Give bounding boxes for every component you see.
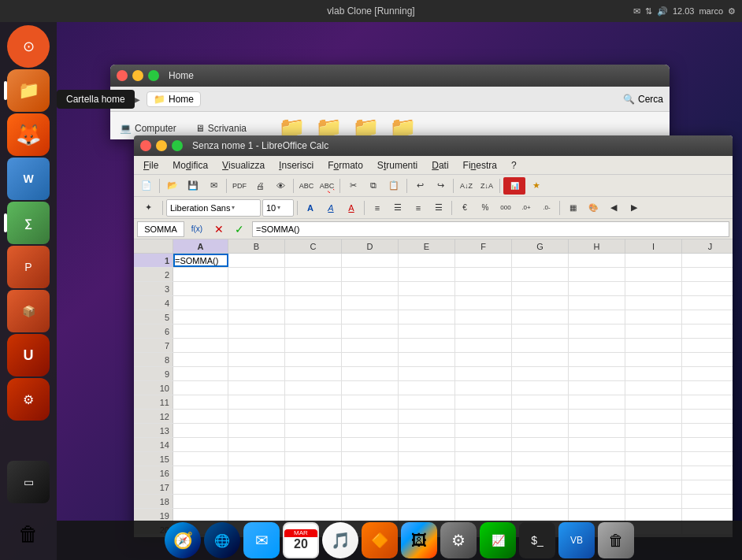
cell-E7[interactable] xyxy=(399,339,455,352)
cell-A17[interactable] xyxy=(173,480,228,494)
cell-B3[interactable] xyxy=(228,282,285,295)
tb-spellcheck2-button[interactable]: ABC xyxy=(317,177,336,195)
cell-I6[interactable] xyxy=(625,325,682,338)
fm-maximize-button[interactable] xyxy=(148,70,159,81)
tb-currency-button[interactable]: € xyxy=(455,199,474,217)
cell-G16[interactable] xyxy=(512,466,569,480)
cell-D11[interactable] xyxy=(342,395,399,409)
cell-J10[interactable] xyxy=(682,381,733,395)
cell-G5[interactable] xyxy=(512,310,569,324)
cell-B16[interactable] xyxy=(228,466,285,480)
cell-F5[interactable] xyxy=(455,310,512,324)
tb-align-right-button[interactable]: ≡ xyxy=(409,199,428,217)
cell-H11[interactable] xyxy=(569,395,625,409)
cell-C11[interactable] xyxy=(285,395,342,409)
cell-C12[interactable] xyxy=(285,410,342,423)
cell-F10[interactable] xyxy=(455,381,512,395)
cell-G15[interactable] xyxy=(512,452,569,465)
network-icon[interactable]: ⇅ xyxy=(645,6,652,17)
cell-H12[interactable] xyxy=(569,410,625,423)
cell-G13[interactable] xyxy=(512,424,569,437)
cell-J11[interactable] xyxy=(682,395,733,409)
cell-G9[interactable] xyxy=(512,367,569,380)
formula-wizard-button[interactable]: f(x) xyxy=(187,221,206,238)
calc-minimize-button[interactable] xyxy=(156,140,167,151)
cell-I15[interactable] xyxy=(625,452,682,465)
cell-D15[interactable] xyxy=(342,452,399,465)
cell-J1[interactable] xyxy=(682,254,733,267)
cell-C14[interactable] xyxy=(285,438,342,451)
cell-I3[interactable] xyxy=(625,282,682,295)
cell-E9[interactable] xyxy=(399,367,455,380)
cell-A2[interactable] xyxy=(173,268,228,281)
tb-decimals-inc-button[interactable]: .0+ xyxy=(517,199,536,217)
tb-thousands-button[interactable]: 000 xyxy=(496,199,515,217)
tb-border-button[interactable]: ▦ xyxy=(563,199,582,217)
tb-open-button[interactable]: 📂 xyxy=(163,177,182,195)
cell-H10[interactable] xyxy=(569,381,625,395)
cell-H3[interactable] xyxy=(569,282,625,295)
cell-I16[interactable] xyxy=(625,466,682,480)
cell-A5[interactable] xyxy=(173,310,228,324)
cell-J15[interactable] xyxy=(682,452,733,465)
dock-box-button[interactable]: 📦 xyxy=(7,290,50,332)
cell-F15[interactable] xyxy=(455,452,512,465)
cell-H16[interactable] xyxy=(569,466,625,480)
cell-G4[interactable] xyxy=(512,296,569,310)
cell-D17[interactable] xyxy=(342,480,399,494)
cell-D1[interactable] xyxy=(342,254,399,267)
cell-A16[interactable] xyxy=(173,466,228,480)
cell-B13[interactable] xyxy=(228,424,285,437)
font-size-dropdown[interactable]: 10 ▾ xyxy=(262,199,294,217)
tb-italic-button[interactable]: A xyxy=(321,199,340,217)
tb-redo-button[interactable]: ↪ xyxy=(431,177,450,195)
tb-style-button[interactable]: ✦ xyxy=(137,199,159,217)
cell-A4[interactable] xyxy=(173,296,228,310)
cell-J4[interactable] xyxy=(682,296,733,310)
cell-F17[interactable] xyxy=(455,480,512,494)
dock-writer-button[interactable]: W xyxy=(7,158,50,200)
cell-E10[interactable] xyxy=(399,381,455,395)
cell-I1[interactable] xyxy=(625,254,682,267)
cell-F11[interactable] xyxy=(455,395,512,409)
taskbar-virtualbox-button[interactable]: VB xyxy=(558,522,595,558)
cell-E1[interactable] xyxy=(399,254,455,267)
cell-H7[interactable] xyxy=(569,339,625,352)
dock-impress-button[interactable]: P xyxy=(7,246,50,288)
tb-undo-button[interactable]: ↩ xyxy=(410,177,429,195)
tb-decimals-dec-button[interactable]: .0- xyxy=(537,199,556,217)
fm-close-button[interactable] xyxy=(117,70,128,81)
cell-H5[interactable] xyxy=(569,310,625,324)
cell-F9[interactable] xyxy=(455,367,512,380)
cell-H8[interactable] xyxy=(569,353,625,366)
cell-A10[interactable] xyxy=(173,381,228,395)
cell-D2[interactable] xyxy=(342,268,399,281)
cell-B6[interactable] xyxy=(228,325,285,338)
cell-F14[interactable] xyxy=(455,438,512,451)
cell-I7[interactable] xyxy=(625,339,682,352)
cell-C5[interactable] xyxy=(285,310,342,324)
cell-D14[interactable] xyxy=(342,438,399,451)
cell-G14[interactable] xyxy=(512,438,569,451)
cell-G11[interactable] xyxy=(512,395,569,409)
cell-G8[interactable] xyxy=(512,353,569,366)
taskbar-itunes-button[interactable]: 🎵 xyxy=(322,522,358,558)
cell-B2[interactable] xyxy=(228,268,285,281)
cell-J8[interactable] xyxy=(682,353,733,366)
tb-sort-asc-button[interactable]: A↓Z xyxy=(457,177,476,195)
tb-bg-color-button[interactable]: 🎨 xyxy=(584,199,603,217)
cell-C18[interactable] xyxy=(285,495,342,508)
tb-cut-button[interactable]: ✂ xyxy=(343,177,362,195)
cell-B1[interactable] xyxy=(228,254,285,267)
cell-G1[interactable] xyxy=(512,254,569,267)
cell-C9[interactable] xyxy=(285,367,342,380)
cell-F13[interactable] xyxy=(455,424,512,437)
cell-C2[interactable] xyxy=(285,268,342,281)
cell-B5[interactable] xyxy=(228,310,285,324)
calc-maximize-button[interactable] xyxy=(172,140,183,151)
tb-pdf-button[interactable]: PDF xyxy=(230,177,249,195)
tb-align-left-button[interactable]: ≡ xyxy=(368,199,387,217)
cell-J7[interactable] xyxy=(682,339,733,352)
cell-E17[interactable] xyxy=(399,480,455,494)
menu-file[interactable]: File xyxy=(137,156,165,174)
